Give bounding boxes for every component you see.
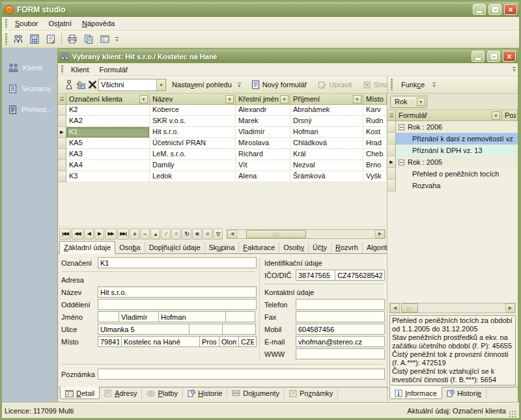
collapse-minus-icon[interactable] (399, 124, 404, 130)
menu-ostatni[interactable]: Ostatní (43, 18, 76, 29)
cell[interactable]: KA4 (66, 160, 150, 171)
cell[interactable]: K2 (66, 105, 150, 116)
menu-soubor[interactable]: Soubor (10, 18, 43, 29)
psc-field[interactable] (98, 336, 122, 347)
scroll-right-icon[interactable]: ▶ (505, 303, 515, 313)
table-row[interactable]: KA5Účetnictví PRANMiroslavaChládkováHrad (58, 138, 387, 149)
menu-napoveda[interactable]: Nápověda (77, 18, 120, 29)
person-icon[interactable] (64, 77, 74, 92)
ulice-field-3[interactable] (222, 324, 256, 335)
funkce-button[interactable]: Funkce (396, 78, 430, 92)
toolbar-grip[interactable] (5, 33, 8, 45)
table-row[interactable]: KA2SKR v.o.s.MarekDrsnýRudn (58, 116, 387, 127)
okres-field[interactable] (199, 336, 219, 347)
cell[interactable]: Rudn (363, 116, 387, 127)
cell[interactable]: Vít (236, 160, 290, 171)
cell[interactable]: Nezval (290, 160, 363, 171)
group-row-current[interactable]: Rok : 2005 (387, 156, 518, 168)
scroll-right-icon[interactable]: ▶ (375, 230, 385, 238)
cell[interactable]: Richard (236, 149, 290, 160)
nav-post-button[interactable]: ✓ (161, 229, 171, 240)
www-link-label[interactable]: WWW (264, 350, 296, 358)
row-selector[interactable] (387, 133, 396, 145)
fax-field[interactable] (296, 311, 385, 322)
cell[interactable]: Abrahámek (290, 105, 363, 116)
nav-goto-bookmark-button[interactable]: ∗ (203, 229, 212, 240)
row-selector[interactable] (58, 149, 66, 160)
cell[interactable]: Hrad (363, 138, 387, 149)
table-row[interactable]: KA4DamilyVítNezvalBrno (58, 160, 387, 171)
poznamka-field[interactable] (98, 369, 385, 380)
column-header-poznamka[interactable]: Poz (502, 110, 518, 121)
ulice-field-2[interactable] (189, 324, 223, 335)
nav-last-button[interactable]: ▶▶| (117, 229, 129, 240)
oddeleni-field[interactable] (98, 299, 257, 310)
scrollbar-thumb[interactable]: |||| (246, 230, 306, 238)
table-corner-icon[interactable]: ☰ (58, 94, 66, 105)
nav-delete-button[interactable]: − (140, 229, 150, 240)
new-form-button[interactable]: Nový formulář (246, 78, 312, 92)
row-selector[interactable] (58, 116, 66, 127)
cell[interactable]: Hofman (290, 127, 363, 138)
client-maximize-button[interactable] (487, 51, 500, 62)
cell[interactable]: SKR v.o.s. (150, 116, 236, 127)
cell[interactable]: Vyšk (363, 171, 387, 182)
tab-fakturace[interactable]: Fakturace (239, 242, 279, 253)
ulice-field[interactable] (98, 324, 190, 335)
delete-x-icon[interactable] (87, 77, 98, 92)
table-horizontal-scrollbar[interactable]: ◀ |||| ▶ (227, 229, 386, 239)
tab-zakladni-udaje[interactable]: Základní údaje (59, 241, 115, 254)
kraj-field[interactable] (219, 336, 239, 347)
chevron-down-icon[interactable]: ▼ (417, 98, 425, 106)
titul-field[interactable] (98, 311, 119, 322)
maximize-button[interactable] (488, 4, 501, 15)
dic-field[interactable] (335, 270, 385, 281)
prijmeni-field[interactable] (158, 311, 226, 322)
nav-edit-button[interactable]: ▲ (150, 229, 160, 240)
close-button[interactable]: × (504, 4, 517, 15)
chevron-down-icon[interactable]: ▼ (156, 79, 165, 91)
data-list-icon[interactable] (97, 32, 113, 46)
chevron-down-icon[interactable]: ▼ (139, 95, 148, 104)
column-header-oznaceni[interactable]: Označení klienta▼ (66, 94, 150, 105)
row-selector[interactable] (58, 138, 66, 149)
row-selector[interactable] (387, 180, 396, 191)
nav-first-button[interactable]: |◀◀ (59, 229, 71, 240)
minimize-button[interactable] (473, 4, 486, 15)
tab-ucty[interactable]: Účty (309, 242, 331, 253)
cell[interactable]: Cheb (363, 149, 387, 160)
form-edit-icon[interactable] (43, 32, 59, 46)
view-settings-button[interactable]: Nastavení pohledu (167, 78, 237, 92)
tab-historie-panel[interactable]: Historie (442, 387, 486, 399)
cell[interactable]: LeM. s.r.o. (150, 149, 236, 160)
tab-adresy[interactable]: Adresy (100, 387, 142, 399)
clients-icon[interactable] (10, 32, 26, 46)
nav-insert-button[interactable]: + (130, 229, 139, 240)
jmeno-field[interactable] (119, 311, 159, 322)
cell[interactable]: KA2 (66, 116, 150, 127)
stat-field[interactable] (238, 336, 257, 347)
nav-filter-icon[interactable]: ▽ (213, 229, 223, 240)
menubar-grip[interactable] (5, 19, 8, 28)
column-header-krestni-jmeno[interactable]: Křestní jméno▼ (236, 94, 290, 105)
tab-doplnujici-udaje[interactable]: Doplňující údaje (145, 242, 205, 253)
cell[interactable]: Král (290, 149, 363, 160)
cell[interactable]: Alexandr (236, 105, 290, 116)
scroll-left-icon[interactable]: ◀ (227, 230, 237, 238)
sidebar-item-prehled[interactable]: Přehled... (2, 99, 57, 120)
cell[interactable]: Brno (363, 160, 387, 171)
ico-field[interactable] (296, 270, 335, 281)
calculator-icon[interactable] (27, 32, 42, 46)
print-icon[interactable] (64, 32, 80, 46)
table-row[interactable]: K2KoberceAlexandrAbrahámekKarv (58, 105, 387, 116)
table-row[interactable]: KA3LeM. s.r.o.RichardKrálCheb (58, 149, 387, 160)
nav-bookmark-button[interactable]: ∗ (192, 229, 202, 240)
cell[interactable]: Alena (236, 171, 290, 182)
row-selector-current[interactable] (58, 127, 66, 138)
cell[interactable]: Hit s.r.o. (150, 127, 236, 138)
cell-selected[interactable]: K1 (66, 127, 150, 138)
form-row[interactable]: Přehled o peněžních tocích (387, 168, 518, 180)
tab-informace[interactable]: Informace (389, 387, 442, 399)
cell[interactable]: Šrámková (290, 171, 363, 182)
nav-previous-button[interactable]: ◀ (84, 229, 94, 240)
